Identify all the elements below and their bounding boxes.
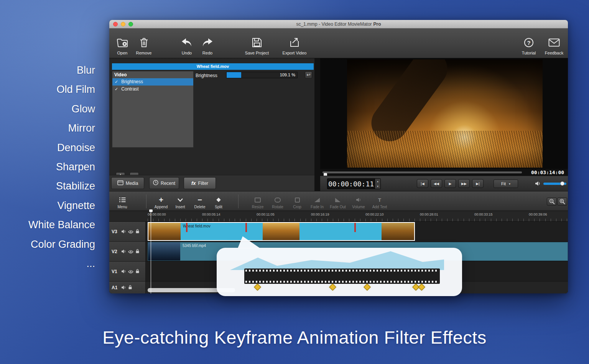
keyframe-marker[interactable] (186, 223, 188, 232)
ruler-label: 00:00:39:06 (529, 212, 547, 216)
export-video-button[interactable]: Export Video (280, 32, 309, 55)
insert-button[interactable]: Insert (172, 194, 188, 209)
menu-label: Menu (117, 205, 127, 209)
save-project-button[interactable]: Save Project (244, 32, 270, 55)
applied-filters-list[interactable]: Video ✓ Brightness ✓ Contrast (112, 71, 194, 148)
crop-label: Crop (293, 205, 301, 209)
chevron-down-icon: ▾ (509, 182, 510, 186)
keyframe-diamond[interactable] (364, 283, 370, 290)
checkbox-checked-icon[interactable]: ✓ (115, 86, 120, 93)
filmstrip-perforations (245, 281, 439, 283)
fit-dropdown[interactable]: Fit ▾ (494, 180, 518, 188)
filter-row-contrast[interactable]: ✓ Contrast (112, 86, 193, 93)
keyframe-diamond[interactable] (254, 283, 261, 290)
lock-track-button[interactable] (135, 228, 140, 235)
zoom-out-button[interactable] (547, 198, 557, 206)
ruler-label: 00:00:33:15 (474, 212, 493, 216)
ruler-label: 00:00:11:05 (257, 212, 275, 216)
brightness-slider[interactable]: 109.1 % (226, 72, 298, 78)
mute-button[interactable] (121, 284, 126, 291)
keyframe-marker[interactable] (354, 223, 356, 232)
zoom-in-button[interactable] (557, 198, 567, 206)
tab-media[interactable]: Media (111, 177, 144, 189)
spinner-down-button[interactable]: ▾ (375, 184, 380, 189)
text-icon: T (378, 196, 381, 204)
panel-tab-bar: Media Recent fx Filter (109, 175, 314, 191)
tutorial-button[interactable]: ? Tutorial (520, 32, 537, 55)
seek-bar[interactable] (322, 171, 522, 173)
main-toolbar: Open Remove Undo Redo Save Project (109, 28, 568, 58)
crop-button: Crop (290, 194, 304, 209)
filmstrip-perforations (245, 270, 439, 272)
volume-handle[interactable] (560, 181, 564, 186)
remove-button[interactable]: Remove (134, 32, 154, 55)
checkbox-checked-icon[interactable]: ✓ (115, 78, 120, 86)
lock-track-button[interactable] (128, 284, 132, 291)
reset-param-button[interactable]: ↩ (305, 71, 312, 79)
fade-in-label: Fade In (311, 205, 324, 209)
volume-slider[interactable] (543, 183, 566, 185)
skip-to-start-button[interactable]: |◀ (417, 179, 428, 188)
open-button[interactable]: Open (115, 32, 130, 55)
filter-row-brightness[interactable]: ✓ Brightness (112, 78, 193, 86)
append-button[interactable]: + Append (152, 194, 170, 209)
lock-track-button[interactable] (135, 268, 140, 275)
hide-track-button[interactable] (128, 248, 133, 255)
playhead-line[interactable] (151, 211, 151, 293)
tab-recent[interactable]: Recent (149, 177, 179, 189)
mute-button[interactable] (121, 268, 126, 275)
undo-button[interactable]: Undo (180, 32, 194, 55)
track-name: V3 (112, 229, 119, 234)
ruler-label: 00:00:22:10 (365, 212, 384, 216)
preview-panel: 00:03:14:00 00:00:00:11 ▴ ▾ |◀ ◀◀ ▶ ▶▶ ▶… (320, 58, 568, 191)
track-header-v3: V3 (109, 222, 146, 242)
clip-label: 5345 b5f.mp4 (183, 244, 206, 248)
rewind-button[interactable]: ◀◀ (431, 179, 442, 188)
redo-button[interactable]: Redo (201, 32, 214, 55)
hide-track-button[interactable] (128, 228, 133, 235)
timeline-toolbar: Menu + Append Insert − Delete Split Resi… (109, 191, 568, 211)
volume-tool-label: Volume (352, 205, 365, 209)
skip-to-end-button[interactable]: ▶| (472, 179, 484, 188)
redo-button-label: Redo (202, 51, 212, 55)
ruler-label: 00:00:05:14 (202, 212, 220, 216)
filter-effect-name: Stabilize (0, 176, 95, 196)
lock-track-button[interactable] (135, 248, 140, 255)
keyframe-diamond[interactable] (329, 283, 336, 290)
undo-button-label: Undo (182, 51, 192, 55)
volume-icon[interactable] (535, 181, 541, 188)
export-icon (290, 37, 300, 48)
brightness-value: 109.1 % (280, 72, 295, 77)
hide-track-button[interactable] (128, 268, 133, 275)
envelope-icon (548, 37, 560, 48)
filter-effect-name: Denoise (0, 138, 95, 157)
track-v3-content[interactable]: Wheat field.mov (146, 222, 568, 242)
delete-button[interactable]: − Delete (191, 194, 208, 209)
fast-forward-button[interactable]: ▶▶ (458, 179, 470, 188)
spinner-up-button[interactable]: ▴ (375, 179, 380, 184)
filter-effect-name: Vignette (0, 196, 95, 215)
timeline-ruler[interactable]: 00:00:00:00 00:00:05:14 00:00:11:05 00:0… (109, 211, 568, 222)
track-name: V2 (112, 249, 119, 254)
mute-button[interactable] (121, 228, 126, 235)
clip-wheat-field[interactable]: Wheat field.mov (148, 222, 415, 241)
video-preview[interactable] (347, 59, 543, 168)
ruler-label: 00:00:28:01 (420, 212, 438, 216)
add-text-button: T Add Text (370, 194, 389, 209)
resize-icon (255, 196, 261, 204)
keyframe-marker[interactable] (245, 223, 247, 232)
clip-thumbnail (263, 223, 299, 240)
split-button[interactable]: Split (211, 194, 226, 209)
keyframe-diamond[interactable] (418, 283, 425, 290)
timecode-display[interactable]: 00:00:00:11 ▴ ▾ (327, 178, 381, 189)
feedback-button[interactable]: Feedback (543, 32, 565, 55)
chevron-down-icon (177, 196, 183, 204)
timeline-menu-button[interactable]: Menu (115, 194, 130, 209)
play-button[interactable]: ▶ (444, 179, 456, 188)
redo-icon (202, 37, 213, 48)
tab-filter[interactable]: fx Filter (184, 177, 216, 189)
feedback-label: Feedback (545, 51, 563, 55)
filter-effect-name: White Balance (0, 215, 95, 234)
mute-button[interactable] (121, 248, 126, 255)
clip-thumbnail (382, 223, 414, 240)
